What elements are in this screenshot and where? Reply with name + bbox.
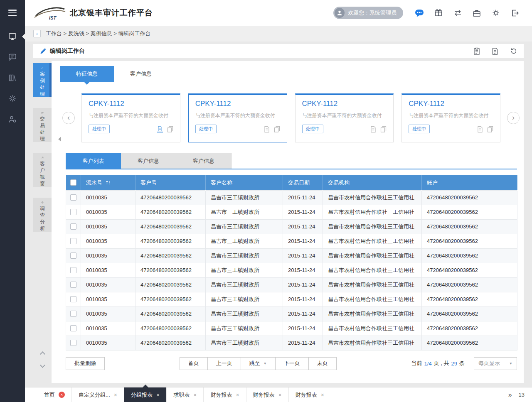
case-card[interactable]: CPKY-1112 与注册资本严重不符的大额资金收付 处理中 — [81, 93, 180, 142]
bottom-tab[interactable]: 自定义分组... × — [72, 387, 124, 402]
briefcase-icon[interactable] — [467, 5, 486, 21]
transfer-icon[interactable] — [448, 5, 467, 21]
document-remove-icon[interactable] — [370, 126, 376, 132]
close-icon[interactable]: × — [193, 392, 197, 398]
status-badge: 处理中 — [302, 125, 323, 133]
user-welcome-badge[interactable]: 欢迎您：系统管理员 — [333, 7, 403, 19]
tab-customer-info-2[interactable]: 客户信息 — [176, 153, 232, 169]
app-logo: IST — [33, 5, 66, 21]
row-checkbox[interactable] — [70, 194, 76, 201]
row-checkbox[interactable] — [70, 223, 76, 230]
close-icon[interactable]: × — [236, 392, 239, 398]
table-row: 0010035 47206480200039562 昌吉市三工镇财政所 2015… — [66, 277, 517, 292]
sidebar-item-workbench[interactable] — [0, 26, 25, 47]
message-icon[interactable] — [410, 5, 429, 21]
tab-customer-info[interactable]: 客户信息 — [114, 66, 168, 82]
sort-icon[interactable] — [106, 180, 111, 185]
bottom-tab[interactable]: 求职表 × — [167, 387, 204, 402]
report-doc-icon[interactable] — [491, 47, 499, 55]
cell-trade-date: 2015-11-24 — [283, 263, 323, 277]
document-remove-icon[interactable] — [477, 126, 483, 132]
close-icon[interactable]: × — [59, 392, 65, 398]
case-card[interactable]: CPKY-1112 与注册资本严重不符的大额资金收付 处理中 — [401, 93, 500, 142]
gift-icon[interactable] — [429, 5, 448, 21]
row-checkbox[interactable] — [70, 238, 76, 244]
document-remove-icon[interactable] — [157, 126, 163, 132]
panel-collapse-icon[interactable] — [58, 137, 61, 142]
customer-table: 流水号 客户号 客户名称 交易日期 交易机构 账户 0010035 472064… — [66, 175, 517, 351]
next-page-button[interactable]: 下一页 — [275, 357, 309, 370]
document-copy-icon[interactable] — [487, 126, 493, 132]
cell-trade-date: 2015-11-24 — [283, 277, 323, 292]
cell-trade-org: 昌吉市农村信用合作联社三工信用社 — [323, 219, 422, 234]
batch-delete-button[interactable]: 批量删除 — [66, 357, 105, 370]
close-icon[interactable]: × — [114, 392, 117, 398]
document-copy-icon[interactable] — [380, 126, 387, 132]
jump-to-select[interactable]: 跳至 ▼ — [241, 357, 276, 370]
main-panel: 特征信息 客户信息 ‹ CPKY-1112 与注册资本严重不符的大额资金收付 处… — [52, 61, 524, 383]
undo-icon[interactable] — [510, 47, 517, 55]
tab-feature-info[interactable]: 特征信息 — [60, 66, 114, 82]
breadcrumb-chevron-icon[interactable]: › — [33, 30, 41, 37]
tab-customer-list[interactable]: 客户列表 — [66, 153, 121, 169]
tab-customer-info-1[interactable]: 客户信息 — [121, 153, 176, 169]
sidebar-item-settings[interactable] — [0, 88, 25, 109]
close-icon[interactable]: × — [278, 392, 282, 398]
row-checkbox[interactable] — [70, 282, 76, 288]
last-page-button[interactable]: 末页 — [308, 357, 337, 370]
cell-customer-no: 47206480200039562 — [135, 277, 206, 292]
close-icon[interactable]: × — [321, 392, 324, 398]
subnav-item-case-processing[interactable]: 案例处理 — [33, 63, 52, 97]
subnav-item-customer-window[interactable]: 客户视窗 — [33, 153, 52, 187]
sidebar-item-finance-message[interactable] — [0, 47, 25, 67]
case-cards: CPKY-1112 与注册资本严重不符的大额资金收付 处理中 CPKY-1112… — [81, 93, 500, 142]
bottom-tab[interactable]: 财务报表 × — [246, 387, 289, 402]
subnav-item-investigation-analysis[interactable]: 调查分析 — [33, 198, 52, 232]
subnav-item-transaction-processing[interactable]: 交易处理 — [33, 108, 52, 142]
scroll-down-icon[interactable] — [40, 363, 45, 368]
row-checkbox[interactable] — [70, 325, 76, 331]
cell-customer-no: 47206480200039562 — [135, 306, 206, 321]
scroll-up-icon[interactable] — [40, 351, 45, 357]
row-checkbox[interactable] — [70, 296, 76, 302]
user-settings-icon — [8, 115, 17, 123]
close-icon[interactable]: × — [156, 392, 160, 398]
row-checkbox[interactable] — [70, 209, 76, 215]
case-carousel: ‹ CPKY-1112 与注册资本严重不符的大额资金收付 处理中 — [62, 93, 520, 142]
bottom-tab[interactable]: 财务报表 × — [289, 387, 331, 402]
row-checkbox[interactable] — [70, 340, 76, 346]
table-header: 流水号 客户号 客户名称 交易日期 交易机构 账户 — [66, 175, 517, 190]
document-copy-icon[interactable] — [167, 126, 173, 132]
row-checkbox[interactable] — [70, 311, 76, 317]
carousel-next-button[interactable]: › — [507, 112, 520, 124]
sidebar-item-user-admin[interactable] — [0, 109, 25, 130]
document-remove-icon[interactable] — [264, 126, 270, 132]
finance-chat-icon — [8, 53, 17, 61]
breadcrumb: 工作台 > 反洗钱 > 案例信息 > 编辑岗工作台 — [46, 30, 150, 37]
select-all-checkbox[interactable] — [70, 179, 76, 186]
first-page-button[interactable]: 首页 — [180, 357, 208, 370]
bottom-tab[interactable]: 首页 × — [37, 387, 72, 402]
list-tabs: 客户列表 客户信息 客户信息 — [66, 153, 524, 169]
case-card[interactable]: CPKY-1112 与注册资本严重不符的大额资金收付 处理中 — [295, 93, 394, 142]
menu-icon[interactable] — [0, 0, 25, 26]
cell-account: 47206480200039562 — [422, 277, 517, 292]
draft-doc-icon[interactable] — [473, 47, 480, 55]
per-page-select[interactable]: 每页显示 ▼ — [474, 357, 517, 370]
row-checkbox[interactable] — [70, 252, 76, 259]
case-card[interactable]: CPKY-1112 与注册资本严重不符的大额资金收付 处理中 — [188, 93, 287, 142]
bottom-tab[interactable]: 财务报表 × — [204, 387, 246, 402]
prev-page-button[interactable]: 上一页 — [207, 357, 241, 370]
sidebar-item-library[interactable] — [0, 67, 25, 88]
bottom-tab[interactable]: 分组报表 × — [124, 387, 167, 402]
main-sidebar — [0, 0, 25, 402]
more-tabs-icon[interactable]: » — [508, 391, 512, 399]
carousel-prev-button[interactable]: ‹ — [62, 112, 75, 124]
row-checkbox[interactable] — [70, 267, 76, 273]
document-copy-icon[interactable] — [274, 126, 280, 132]
cell-customer-name: 昌吉市三工镇财政所 — [206, 277, 283, 292]
gear-icon[interactable] — [486, 5, 505, 21]
logout-icon[interactable] — [505, 5, 525, 21]
cell-customer-name: 昌吉市三工镇财政所 — [206, 219, 283, 234]
cell-customer-no: 47206480200039562 — [135, 248, 206, 263]
